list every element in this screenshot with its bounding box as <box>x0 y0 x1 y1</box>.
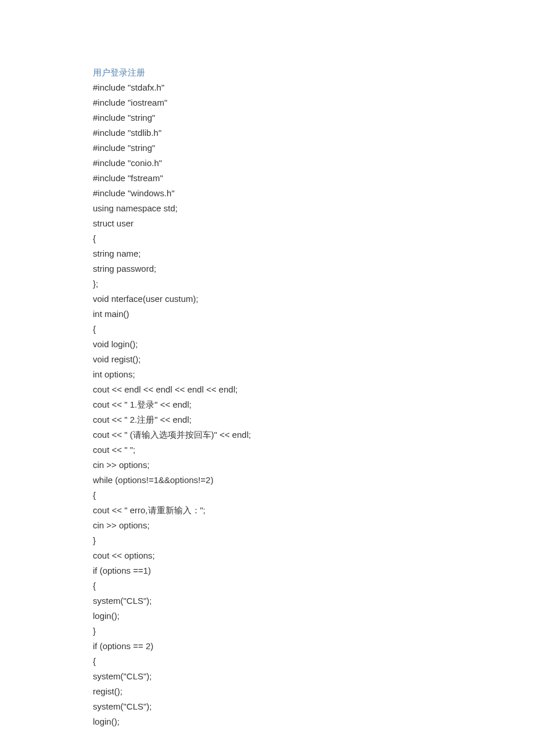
code-line: if (options ==1) <box>93 563 464 578</box>
code-line: cin >> options; <box>93 518 464 533</box>
code-line: #include "string" <box>93 141 464 156</box>
code-line: #include "conio.h" <box>93 156 464 171</box>
code-line: string password; <box>93 261 464 276</box>
code-line: cout << " "; <box>93 442 464 458</box>
code-line: regist(); <box>93 684 464 699</box>
code-line: string name; <box>93 246 464 261</box>
code-line: cout << " erro,请重新输入："; <box>93 503 464 518</box>
code-line: cout << " 1.登录" << endl; <box>93 397 464 412</box>
code-line: { <box>93 488 464 503</box>
code-line: #include "string" <box>93 110 464 125</box>
code-line: while (options!=1&&options!=2) <box>93 473 464 488</box>
code-line: void regist(); <box>93 352 464 367</box>
code-line: { <box>93 231 464 246</box>
code-line: cout << endl << endl << endl << endl; <box>93 382 464 397</box>
code-line: #include "stdlib.h" <box>93 125 464 141</box>
code-line: int options; <box>93 367 464 382</box>
document-title: 用户登录注册 <box>93 65 464 80</box>
code-line: } <box>93 533 464 548</box>
code-line: } <box>93 624 464 639</box>
code-line: { <box>93 578 464 593</box>
code-line: #include "stdafx.h" <box>93 80 464 95</box>
code-line: { <box>93 322 464 337</box>
code-line: #include "iostream" <box>93 95 464 110</box>
code-line: int main() <box>93 307 464 322</box>
code-line: cin >> options; <box>93 458 464 473</box>
code-line: using namespace std; <box>93 201 464 216</box>
code-line: if (options == 2) <box>93 639 464 654</box>
code-line: login(); <box>93 609 464 624</box>
code-line: { <box>93 654 464 669</box>
code-line: cout << " 2.注册" << endl; <box>93 412 464 427</box>
code-line: struct user <box>93 216 464 231</box>
code-line: system("CLS"); <box>93 593 464 609</box>
document-page: 用户登录注册 #include "stdafx.h" #include "ios… <box>0 0 534 729</box>
code-line: system("CLS"); <box>93 699 464 714</box>
code-line: login(); <box>93 714 464 729</box>
code-line: void nterface(user custum); <box>93 291 464 307</box>
code-line: cout << options; <box>93 548 464 563</box>
code-line: #include "fstream" <box>93 171 464 186</box>
code-line: cout << " (请输入选项并按回车)" << endl; <box>93 427 464 442</box>
code-line: system("CLS"); <box>93 669 464 684</box>
code-line: }; <box>93 276 464 291</box>
code-line: #include "windows.h" <box>93 186 464 201</box>
code-line: void login(); <box>93 337 464 352</box>
